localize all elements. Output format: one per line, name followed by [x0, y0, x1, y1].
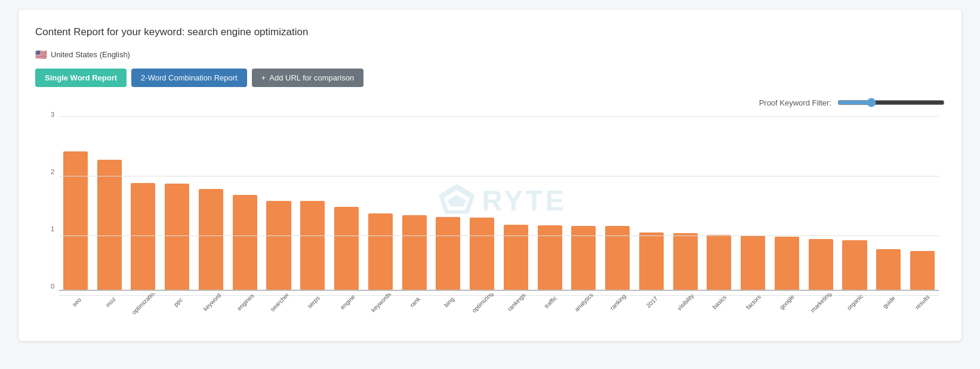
chart-wrapper: 0 1 2 3 RYTE seomozoptimizationppckeyw: [35, 111, 945, 329]
bar-seo[interactable]: [63, 151, 88, 290]
bar-rankings[interactable]: [504, 225, 528, 290]
bar-group: [839, 111, 871, 290]
x-label-results: results: [908, 293, 945, 329]
add-url-button[interactable]: + Add URL for comparison: [252, 69, 363, 87]
bar-factors[interactable]: [741, 235, 765, 290]
filter-row: Proof Keyword Filter:: [35, 98, 945, 107]
y-tick-3: 3: [35, 111, 58, 118]
bar-basics[interactable]: [707, 235, 731, 290]
bar-group: [93, 111, 126, 290]
x-axis-line: [59, 290, 939, 291]
y-tick-2: 2: [35, 168, 58, 175]
add-url-label: Add URL for comparison: [269, 73, 354, 82]
bar-rank[interactable]: [402, 215, 427, 290]
chart-area: 0 1 2 3 RYTE: [35, 111, 945, 290]
bar-group: [703, 111, 736, 290]
bar-keyword[interactable]: [199, 189, 223, 290]
two-word-combination-report-button[interactable]: 2-Word Combination Report: [131, 69, 247, 87]
bar-group: [500, 111, 532, 290]
filter-label: Proof Keyword Filter:: [759, 98, 831, 107]
bar-group: [432, 111, 464, 290]
bar-group: [534, 111, 566, 290]
bar-optimizing[interactable]: [470, 218, 494, 290]
bar-group: [466, 111, 498, 290]
bar-group: [229, 111, 261, 290]
bar-marketing[interactable]: [809, 239, 833, 290]
bar-optimization[interactable]: [131, 183, 155, 290]
bar-results[interactable]: [910, 251, 935, 290]
bar-group: [669, 111, 702, 290]
page-title: Content Report for your keyword: search …: [35, 26, 945, 38]
bar-visibility[interactable]: [673, 233, 698, 290]
bar-group: [635, 111, 668, 290]
x-labels-row: seomozoptimizationppckeywordenginessearc…: [35, 293, 945, 329]
bar-group: [736, 111, 769, 290]
locale-row: 🇺🇸 United States (English): [35, 49, 945, 60]
bar-bing[interactable]: [436, 217, 460, 290]
bar-engines[interactable]: [233, 195, 257, 290]
bar-group: [127, 111, 160, 290]
bar-2017[interactable]: [639, 232, 664, 290]
bar-google[interactable]: [775, 237, 799, 290]
bar-ppc[interactable]: [165, 184, 189, 290]
locale-label: United States (English): [51, 50, 130, 59]
bar-organic[interactable]: [842, 240, 867, 290]
bar-group: [771, 111, 803, 290]
bar-group: [263, 111, 295, 290]
y-tick-0: 0: [35, 283, 58, 290]
bar-moz[interactable]: [97, 160, 122, 290]
proof-keyword-filter-slider[interactable]: [837, 98, 945, 107]
flag-icon: 🇺🇸: [35, 49, 47, 60]
bar-keywords[interactable]: [368, 213, 393, 290]
single-word-report-button[interactable]: Single Word Report: [35, 69, 127, 87]
main-card: Content Report for your keyword: search …: [19, 10, 961, 341]
bar-group: [805, 111, 837, 290]
bar-group: [601, 111, 634, 290]
bar-guide[interactable]: [876, 249, 901, 290]
bar-group: [330, 111, 363, 290]
bar-ranking[interactable]: [605, 226, 630, 290]
y-tick-1: 1: [35, 225, 58, 232]
bar-group: [296, 111, 329, 290]
bar-traffic[interactable]: [538, 225, 562, 290]
bar-group: [872, 111, 905, 290]
plus-icon: +: [261, 73, 266, 82]
bar-serps[interactable]: [300, 201, 325, 290]
bar-group: [195, 111, 227, 290]
bar-engine[interactable]: [334, 207, 359, 290]
bar-group: [364, 111, 397, 290]
bar-searcher[interactable]: [266, 201, 291, 290]
bar-group: [398, 111, 431, 290]
bars-container: [59, 111, 939, 290]
bar-group: [161, 111, 193, 290]
bar-group: [906, 111, 939, 290]
button-row: Single Word Report 2-Word Combination Re…: [35, 69, 945, 87]
bar-group: [59, 111, 92, 290]
bar-analytics[interactable]: [571, 226, 596, 290]
bar-group: [567, 111, 600, 290]
y-axis: 0 1 2 3: [35, 111, 58, 290]
